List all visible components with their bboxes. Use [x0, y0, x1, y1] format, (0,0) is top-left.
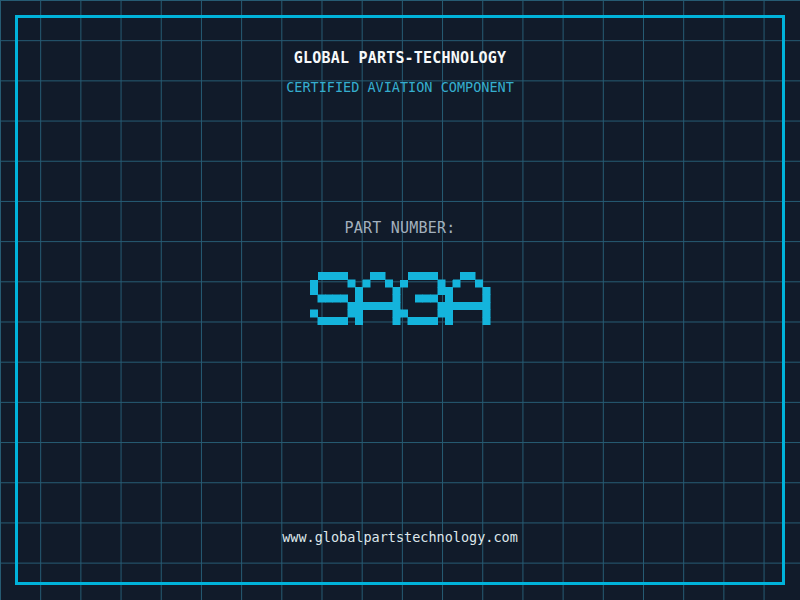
part-number-label: PART NUMBER:	[0, 220, 800, 237]
part-label-screen: GLOBAL PARTS-TECHNOLOGY CERTIFIED AVIATI…	[0, 0, 800, 600]
pixel-char	[310, 272, 318, 280]
pixel-char	[355, 272, 363, 280]
pixel-char	[445, 272, 453, 280]
website-url: www.globalpartstechnology.com	[0, 530, 800, 545]
pixel-char	[400, 272, 408, 280]
company-name: GLOBAL PARTS-TECHNOLOGY	[0, 50, 800, 67]
certification-tagline: CERTIFIED AVIATION COMPONENT	[0, 80, 800, 95]
part-number-display	[310, 272, 490, 325]
